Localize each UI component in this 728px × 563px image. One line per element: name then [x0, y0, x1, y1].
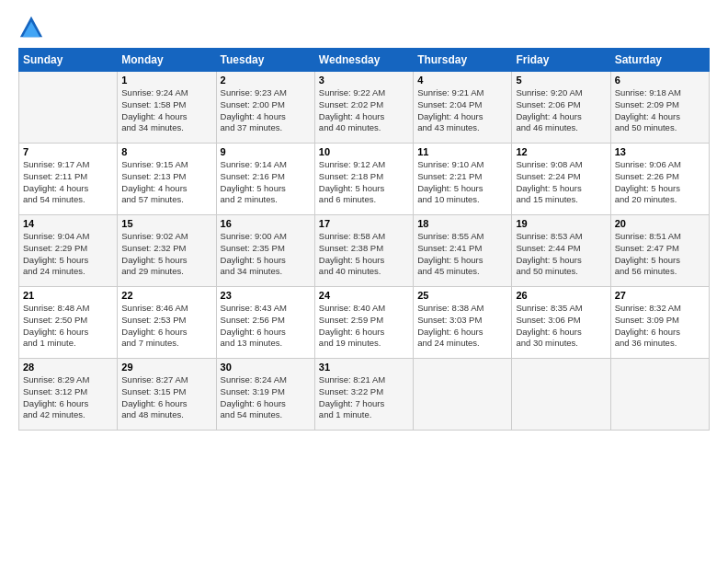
col-header-friday: Friday [512, 49, 610, 72]
day-number: 12 [516, 146, 606, 157]
day-number: 21 [23, 290, 113, 301]
day-number: 30 [221, 362, 311, 373]
day-number: 29 [121, 362, 211, 373]
day-cell: 14Sunrise: 9:04 AM Sunset: 2:29 PM Dayli… [19, 215, 118, 287]
day-info: Sunrise: 8:58 AM Sunset: 2:38 PM Dayligh… [319, 231, 409, 278]
day-number: 25 [417, 290, 507, 301]
day-number: 6 [615, 75, 705, 86]
day-number: 4 [417, 75, 507, 86]
day-cell: 7Sunrise: 9:17 AM Sunset: 2:11 PM Daylig… [19, 144, 118, 215]
day-number: 7 [23, 146, 113, 157]
day-number: 22 [121, 290, 211, 301]
day-number: 31 [319, 362, 409, 373]
day-info: Sunrise: 9:12 AM Sunset: 2:18 PM Dayligh… [319, 159, 409, 206]
day-number: 9 [221, 146, 311, 157]
day-number: 11 [417, 146, 507, 157]
day-cell [19, 72, 118, 144]
header-row: SundayMondayTuesdayWednesdayThursdayFrid… [19, 49, 710, 72]
day-cell: 8Sunrise: 9:15 AM Sunset: 2:13 PM Daylig… [118, 144, 216, 215]
day-number: 24 [319, 290, 409, 301]
day-info: Sunrise: 8:29 AM Sunset: 3:12 PM Dayligh… [23, 374, 113, 421]
col-header-wednesday: Wednesday [314, 49, 413, 72]
day-info: Sunrise: 8:24 AM Sunset: 3:19 PM Dayligh… [221, 374, 311, 421]
day-cell: 9Sunrise: 9:14 AM Sunset: 2:16 PM Daylig… [216, 144, 314, 215]
day-cell: 28Sunrise: 8:29 AM Sunset: 3:12 PM Dayli… [19, 359, 118, 431]
day-info: Sunrise: 9:20 AM Sunset: 2:06 PM Dayligh… [516, 87, 606, 134]
day-number: 10 [319, 146, 409, 157]
day-cell: 4Sunrise: 9:21 AM Sunset: 2:04 PM Daylig… [414, 72, 512, 144]
calendar-table: SundayMondayTuesdayWednesdayThursdayFrid… [18, 48, 710, 431]
day-info: Sunrise: 8:38 AM Sunset: 3:03 PM Dayligh… [417, 303, 507, 350]
day-number: 26 [516, 290, 606, 301]
day-number: 13 [615, 146, 705, 157]
day-number: 8 [121, 146, 211, 157]
day-info: Sunrise: 9:08 AM Sunset: 2:24 PM Dayligh… [516, 159, 606, 206]
day-cell: 30Sunrise: 8:24 AM Sunset: 3:19 PM Dayli… [216, 359, 314, 431]
logo-icon [18, 15, 44, 40]
week-row-4: 21Sunrise: 8:48 AM Sunset: 2:50 PM Dayli… [19, 287, 710, 359]
col-header-thursday: Thursday [414, 49, 512, 72]
day-cell: 16Sunrise: 9:00 AM Sunset: 2:35 PM Dayli… [216, 215, 314, 287]
day-info: Sunrise: 8:53 AM Sunset: 2:44 PM Dayligh… [516, 231, 606, 278]
day-info: Sunrise: 9:10 AM Sunset: 2:21 PM Dayligh… [417, 159, 507, 206]
day-number: 23 [221, 290, 311, 301]
day-number: 14 [23, 218, 113, 229]
day-cell: 25Sunrise: 8:38 AM Sunset: 3:03 PM Dayli… [414, 287, 512, 359]
col-header-monday: Monday [118, 49, 216, 72]
day-info: Sunrise: 9:21 AM Sunset: 2:04 PM Dayligh… [417, 87, 507, 134]
day-cell: 3Sunrise: 9:22 AM Sunset: 2:02 PM Daylig… [314, 72, 413, 144]
col-header-sunday: Sunday [19, 49, 118, 72]
day-number: 5 [516, 75, 606, 86]
day-number: 27 [615, 290, 705, 301]
day-cell: 26Sunrise: 8:35 AM Sunset: 3:06 PM Dayli… [512, 287, 610, 359]
day-cell: 10Sunrise: 9:12 AM Sunset: 2:18 PM Dayli… [314, 144, 413, 215]
day-cell: 31Sunrise: 8:21 AM Sunset: 3:22 PM Dayli… [314, 359, 413, 431]
day-number: 15 [121, 218, 211, 229]
day-number: 28 [23, 362, 113, 373]
day-info: Sunrise: 8:46 AM Sunset: 2:53 PM Dayligh… [121, 303, 211, 350]
day-number: 20 [615, 218, 705, 229]
day-number: 17 [319, 218, 409, 229]
day-cell: 21Sunrise: 8:48 AM Sunset: 2:50 PM Dayli… [19, 287, 118, 359]
day-cell: 2Sunrise: 9:23 AM Sunset: 2:00 PM Daylig… [216, 72, 314, 144]
day-info: Sunrise: 8:43 AM Sunset: 2:56 PM Dayligh… [221, 303, 311, 350]
week-row-2: 7Sunrise: 9:17 AM Sunset: 2:11 PM Daylig… [19, 144, 710, 215]
day-cell: 18Sunrise: 8:55 AM Sunset: 2:41 PM Dayli… [414, 215, 512, 287]
day-cell: 24Sunrise: 8:40 AM Sunset: 2:59 PM Dayli… [314, 287, 413, 359]
day-number: 18 [417, 218, 507, 229]
day-cell: 20Sunrise: 8:51 AM Sunset: 2:47 PM Dayli… [610, 215, 709, 287]
week-row-3: 14Sunrise: 9:04 AM Sunset: 2:29 PM Dayli… [19, 215, 710, 287]
day-cell: 13Sunrise: 9:06 AM Sunset: 2:26 PM Dayli… [610, 144, 709, 215]
day-cell: 11Sunrise: 9:10 AM Sunset: 2:21 PM Dayli… [414, 144, 512, 215]
day-cell: 12Sunrise: 9:08 AM Sunset: 2:24 PM Dayli… [512, 144, 610, 215]
week-row-1: 1Sunrise: 9:24 AM Sunset: 1:58 PM Daylig… [19, 72, 710, 144]
day-info: Sunrise: 9:24 AM Sunset: 1:58 PM Dayligh… [121, 87, 211, 134]
day-info: Sunrise: 9:22 AM Sunset: 2:02 PM Dayligh… [319, 87, 409, 134]
day-info: Sunrise: 9:02 AM Sunset: 2:32 PM Dayligh… [121, 231, 211, 278]
logo [18, 15, 46, 40]
col-header-saturday: Saturday [610, 49, 709, 72]
day-info: Sunrise: 9:23 AM Sunset: 2:00 PM Dayligh… [221, 87, 311, 134]
day-cell: 29Sunrise: 8:27 AM Sunset: 3:15 PM Dayli… [118, 359, 216, 431]
day-info: Sunrise: 9:04 AM Sunset: 2:29 PM Dayligh… [23, 231, 113, 278]
day-info: Sunrise: 9:14 AM Sunset: 2:16 PM Dayligh… [221, 159, 311, 206]
day-cell [414, 359, 512, 431]
day-info: Sunrise: 9:00 AM Sunset: 2:35 PM Dayligh… [221, 231, 311, 278]
day-info: Sunrise: 8:32 AM Sunset: 3:09 PM Dayligh… [615, 303, 705, 350]
day-cell: 15Sunrise: 9:02 AM Sunset: 2:32 PM Dayli… [118, 215, 216, 287]
day-cell: 19Sunrise: 8:53 AM Sunset: 2:44 PM Dayli… [512, 215, 610, 287]
week-row-5: 28Sunrise: 8:29 AM Sunset: 3:12 PM Dayli… [19, 359, 710, 431]
day-info: Sunrise: 8:48 AM Sunset: 2:50 PM Dayligh… [23, 303, 113, 350]
col-header-tuesday: Tuesday [216, 49, 314, 72]
day-info: Sunrise: 9:15 AM Sunset: 2:13 PM Dayligh… [121, 159, 211, 206]
day-info: Sunrise: 8:40 AM Sunset: 2:59 PM Dayligh… [319, 303, 409, 350]
day-number: 1 [121, 75, 211, 86]
day-cell: 1Sunrise: 9:24 AM Sunset: 1:58 PM Daylig… [118, 72, 216, 144]
day-info: Sunrise: 8:27 AM Sunset: 3:15 PM Dayligh… [121, 374, 211, 421]
header [18, 15, 710, 40]
day-cell: 23Sunrise: 8:43 AM Sunset: 2:56 PM Dayli… [216, 287, 314, 359]
day-cell: 27Sunrise: 8:32 AM Sunset: 3:09 PM Dayli… [610, 287, 709, 359]
day-info: Sunrise: 8:21 AM Sunset: 3:22 PM Dayligh… [319, 374, 409, 421]
day-info: Sunrise: 8:35 AM Sunset: 3:06 PM Dayligh… [516, 303, 606, 350]
day-cell: 6Sunrise: 9:18 AM Sunset: 2:09 PM Daylig… [610, 72, 709, 144]
